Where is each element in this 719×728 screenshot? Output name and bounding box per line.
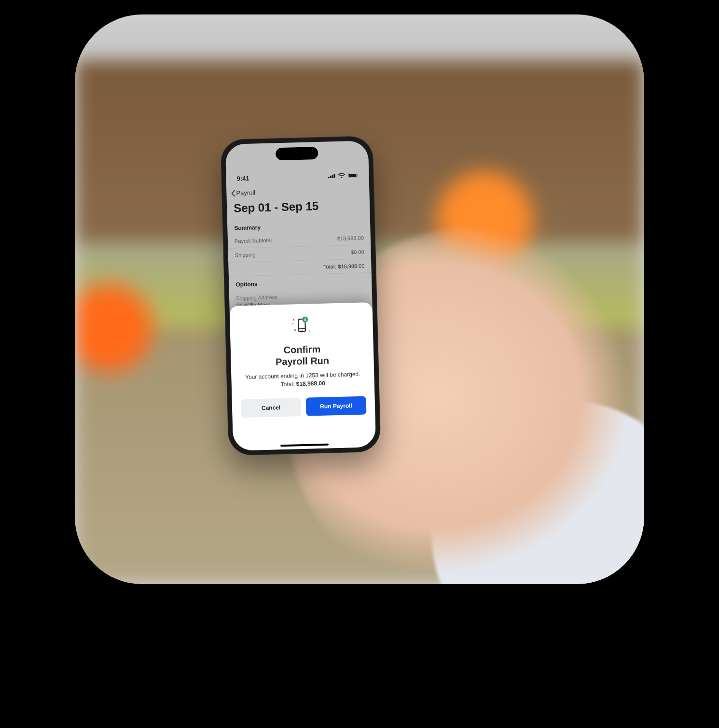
total-label: Total: xyxy=(323,264,336,270)
row-value: $18,988.00 xyxy=(337,235,364,241)
phone-frame: 9:41 Payroll Sep 01 - Sep 15 Summary Pay… xyxy=(220,136,381,456)
cellular-icon xyxy=(328,173,335,178)
cancel-button[interactable]: Cancel xyxy=(241,398,302,418)
svg-rect-5 xyxy=(348,173,356,177)
status-time: 9:41 xyxy=(236,174,249,182)
total-value: $18,988.00 xyxy=(338,263,364,269)
svg-text:$: $ xyxy=(304,318,306,322)
svg-rect-2 xyxy=(332,175,333,178)
dynamic-island xyxy=(276,147,318,160)
chevron-left-icon xyxy=(231,190,235,196)
svg-rect-1 xyxy=(330,176,332,178)
svg-point-11 xyxy=(302,330,303,331)
battery-icon xyxy=(347,172,358,178)
status-indicators xyxy=(328,172,358,179)
row-label: Shipping xyxy=(235,252,256,258)
svg-rect-6 xyxy=(358,174,358,176)
sheet-title-line2: Payroll Run xyxy=(276,355,330,368)
promo-photo-card: 9:41 Payroll Sep 01 - Sep 15 Summary Pay… xyxy=(75,14,644,584)
wifi-icon xyxy=(338,173,345,178)
svg-rect-3 xyxy=(333,174,335,178)
svg-point-8 xyxy=(308,330,310,332)
payroll-phone-icon: $ xyxy=(290,314,313,339)
row-value: $0.00 xyxy=(351,249,364,255)
run-payroll-button[interactable]: Run Payroll xyxy=(306,396,367,416)
phone-screen: 9:41 Payroll Sep 01 - Sep 15 Summary Pay… xyxy=(225,140,376,451)
sheet-desc-total: $18,988.00 xyxy=(296,380,325,388)
svg-rect-0 xyxy=(328,177,330,178)
back-label: Payroll xyxy=(236,189,255,196)
sheet-title-line1: Confirm xyxy=(275,343,329,356)
shipping-address-label: Shipping Address xyxy=(236,294,283,302)
status-bar: 9:41 xyxy=(226,162,369,187)
home-indicator[interactable] xyxy=(280,444,329,447)
sheet-title: Confirm Payroll Run xyxy=(275,343,329,368)
confirm-payroll-sheet: $ Confirm Payroll Run Your account endin… xyxy=(230,302,376,451)
sheet-description: Your account ending in 1253 will be char… xyxy=(240,370,366,390)
row-label: Payroll Subtotal xyxy=(235,238,272,244)
svg-point-7 xyxy=(293,319,294,321)
